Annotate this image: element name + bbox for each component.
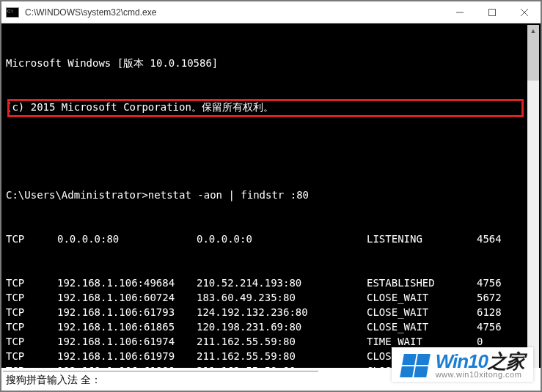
foreign-cell: 183.60.49.235:80 <box>197 290 367 305</box>
close-button[interactable] <box>508 1 541 23</box>
foreign-cell: 0.0.0.0:0 <box>197 232 367 246</box>
foreign-cell: 211.162.55.59:80 <box>197 334 367 349</box>
terminal-output[interactable]: Microsoft Windows [版本 10.0.10586] (c) 20… <box>1 23 541 368</box>
pid-cell: 0 <box>477 334 483 349</box>
minimize-button[interactable] <box>444 1 476 23</box>
proto-cell: TCP <box>6 290 57 305</box>
prompt-line: C:\Users\Administrator>netstat -aon | fi… <box>6 188 539 202</box>
netstat-row: TCP192.168.1.106:61974211.162.55.59:80TI… <box>6 334 539 349</box>
window-title: C:\WINDOWS\system32\cmd.exe <box>25 7 444 18</box>
proto-cell: TCP <box>6 349 57 363</box>
foreign-cell: 211.162.55.59:80 <box>197 363 367 368</box>
vertical-scrollbar[interactable]: ▲ <box>527 25 539 368</box>
state-cell: ESTABLISHED <box>367 275 477 290</box>
watermark-url: www.win10xitong.com <box>436 371 524 379</box>
local-cell: 192.168.1.106:61793 <box>57 305 197 319</box>
netstat-row: TCP192.168.1.106:49684210.52.214.193:80E… <box>6 275 539 290</box>
ime-label: 搜狗拼音输入法 全： <box>6 374 101 387</box>
local-cell: 192.168.1.106:61979 <box>57 349 197 363</box>
watermark-brand-a: Win10 <box>436 350 488 372</box>
foreign-cell: 120.198.231.69:80 <box>197 319 367 334</box>
netstat-row: TCP192.168.1.106:61793124.192.132.236:80… <box>6 305 539 319</box>
foreign-cell: 210.52.214.193:80 <box>197 275 367 290</box>
scroll-up-arrow-icon[interactable]: ▲ <box>527 25 539 37</box>
foreign-cell: 124.192.132.236:80 <box>197 305 367 319</box>
pid-cell: 4756 <box>477 275 502 290</box>
foreign-cell: 211.162.55.59:80 <box>197 349 367 363</box>
pid-cell: 6128 <box>477 305 502 319</box>
svg-rect-1 <box>489 9 496 15</box>
watermark: Win10之家 www.win10xitong.com <box>392 347 533 382</box>
local-cell: 192.168.1.106:61974 <box>57 334 197 349</box>
state-cell: CLOSE_WAIT <box>367 290 477 305</box>
state-cell: CLOSE_WAIT <box>367 319 477 334</box>
local-cell: 0.0.0.0:80 <box>57 232 197 246</box>
local-cell: 192.168.1.106:61980 <box>57 363 197 368</box>
state-cell: LISTENING <box>367 232 477 246</box>
watermark-brand-b: 之家 <box>488 350 524 372</box>
window-controls <box>444 1 541 23</box>
maximize-button[interactable] <box>476 1 508 23</box>
proto-cell: TCP <box>6 334 57 349</box>
scroll-thumb[interactable] <box>527 37 539 81</box>
title-bar: C:\WINDOWS\system32\cmd.exe <box>1 1 541 23</box>
proto-cell: TCP <box>6 363 57 368</box>
pid-cell: 4564 <box>477 232 502 246</box>
pid-cell: 5672 <box>477 290 502 305</box>
state-cell: TIME_WAIT <box>367 334 477 349</box>
local-cell: 192.168.1.106:49684 <box>57 275 197 290</box>
local-cell: 192.168.1.106:60724 <box>57 290 197 305</box>
netstat-row: TCP192.168.1.106:61865120.198.231.69:80C… <box>6 319 539 334</box>
version-line: Microsoft Windows [版本 10.0.10586] <box>6 56 539 70</box>
proto-cell: TCP <box>6 275 57 290</box>
netstat-row-highlight: TCP 0.0.0.0:80 0.0.0.0:0 LISTENING 4564 <box>6 232 539 246</box>
watermark-text: Win10之家 www.win10xitong.com <box>436 352 524 379</box>
windows-logo-icon <box>400 354 431 377</box>
state-cell: CLOSE_WAIT <box>367 305 477 319</box>
cmd-icon <box>6 7 19 18</box>
ime-status-bar: 搜狗拼音输入法 全： <box>3 371 318 389</box>
pid-cell: 4756 <box>477 319 502 334</box>
local-cell: 192.168.1.106:61865 <box>57 319 197 334</box>
netstat-row: TCP192.168.1.106:60724183.60.49.235:80CL… <box>6 290 539 305</box>
proto-cell: TCP <box>6 305 57 319</box>
proto-cell: TCP <box>6 319 57 334</box>
blank-line <box>6 144 539 158</box>
proto-cell: TCP <box>6 232 57 246</box>
copyright-line: (c) 2015 Microsoft Corporation。保留所有权利。 <box>6 100 539 114</box>
